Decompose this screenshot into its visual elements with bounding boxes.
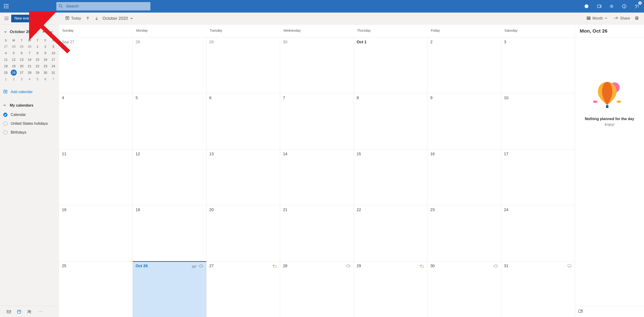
mini-day-cell[interactable]: 31 bbox=[49, 69, 57, 76]
calendar-cell[interactable]: 7 bbox=[280, 93, 354, 149]
calendar-cell[interactable]: 15 bbox=[354, 149, 428, 205]
calendar-cell[interactable]: 16 bbox=[428, 149, 501, 205]
open-in-new-window-icon[interactable] bbox=[578, 310, 582, 314]
calendar-cell[interactable]: 30 bbox=[428, 261, 501, 317]
mini-day-cell[interactable]: 2 bbox=[10, 76, 18, 82]
current-month-dropdown[interactable]: October 2020 bbox=[101, 16, 134, 21]
mini-day-cell[interactable]: 30 bbox=[26, 43, 34, 50]
calendar-list-item[interactable]: Birthdays bbox=[2, 128, 57, 137]
calendar-cell[interactable]: 3 bbox=[501, 37, 575, 93]
mini-day-cell[interactable]: 5 bbox=[10, 50, 18, 56]
calendar-cell[interactable]: 6 bbox=[206, 93, 280, 149]
mini-day-cell[interactable]: 23 bbox=[42, 63, 49, 69]
calendar-cell[interactable]: 30 bbox=[280, 37, 354, 93]
mini-day-cell[interactable]: 30 bbox=[42, 69, 49, 76]
mini-day-cell[interactable]: 21 bbox=[26, 63, 34, 69]
calendar-cell[interactable]: 27 bbox=[206, 261, 280, 317]
calendar-group-header[interactable]: My calendars bbox=[2, 102, 57, 109]
mini-day-cell[interactable]: 6 bbox=[18, 50, 26, 56]
mini-day-cell[interactable]: 9 bbox=[42, 50, 49, 56]
calendar-cell[interactable]: Sep 27 bbox=[59, 37, 133, 93]
calendar-cell[interactable]: 19 bbox=[133, 205, 206, 261]
mini-day-cell[interactable]: 29 bbox=[18, 43, 26, 50]
add-calendar-button[interactable]: Add calendar bbox=[2, 86, 57, 97]
mini-day-cell[interactable]: 20 bbox=[18, 63, 26, 69]
calendar-cell[interactable]: 8 bbox=[354, 93, 428, 149]
calendar-list-item[interactable]: United States holidays bbox=[2, 119, 57, 128]
mini-day-cell[interactable]: 28 bbox=[10, 43, 18, 50]
mini-day-cell[interactable]: 29 bbox=[34, 69, 42, 76]
calendar-cell[interactable]: 10 bbox=[501, 93, 575, 149]
calendar-checkbox[interactable] bbox=[3, 130, 8, 134]
mini-day-cell[interactable]: 11 bbox=[2, 56, 10, 63]
new-event-button[interactable]: New event bbox=[11, 15, 36, 22]
mini-day-cell[interactable]: 4 bbox=[26, 76, 34, 82]
mini-day-cell[interactable]: 4 bbox=[2, 50, 10, 56]
share-button[interactable]: Share bbox=[612, 12, 632, 24]
mini-day-cell[interactable]: 14 bbox=[26, 56, 34, 63]
mini-day-cell[interactable]: 3 bbox=[18, 76, 26, 82]
mini-day-cell[interactable]: 10 bbox=[49, 50, 57, 56]
mini-day-cell[interactable]: 24 bbox=[49, 63, 57, 69]
calendar-cell[interactable]: 14 bbox=[280, 149, 354, 205]
mini-day-cell[interactable]: 12 bbox=[10, 56, 18, 63]
mini-day-cell[interactable]: 8 bbox=[34, 50, 42, 56]
calendar-cell[interactable]: 2 bbox=[428, 37, 501, 93]
mini-day-cell[interactable]: 25 bbox=[2, 69, 10, 76]
calendar-module-icon[interactable] bbox=[14, 306, 24, 317]
collapse-mini-icon[interactable] bbox=[3, 30, 8, 34]
calendar-cell[interactable]: 12 bbox=[133, 149, 206, 205]
mini-day-cell[interactable]: 27 bbox=[18, 69, 26, 76]
mini-day-cell[interactable]: 3 bbox=[49, 43, 57, 50]
app-launcher-icon[interactable] bbox=[0, 0, 12, 12]
calendar-cell[interactable]: 4 bbox=[59, 93, 133, 149]
mini-day-cell[interactable]: 5 bbox=[34, 76, 42, 82]
mini-day-cell[interactable]: 1 bbox=[34, 43, 42, 50]
mini-day-cell[interactable]: 13 bbox=[18, 56, 26, 63]
calendar-cell[interactable]: 18 bbox=[59, 205, 133, 261]
calendar-cell[interactable]: 17 bbox=[501, 149, 575, 205]
calendar-cell[interactable]: Oct 2633° bbox=[133, 261, 206, 317]
view-switcher[interactable]: Month bbox=[584, 12, 612, 24]
mini-day-cell[interactable]: 22 bbox=[34, 63, 42, 69]
prev-period-button[interactable] bbox=[83, 12, 92, 24]
mini-day-cell[interactable]: 16 bbox=[42, 56, 49, 63]
today-button[interactable]: Today bbox=[63, 12, 84, 24]
mail-module-icon[interactable] bbox=[4, 306, 14, 317]
calendar-checkbox[interactable] bbox=[3, 122, 8, 126]
calendar-cell[interactable]: 5 bbox=[133, 93, 206, 149]
calendar-cell[interactable]: 24 bbox=[501, 205, 575, 261]
more-modules-icon[interactable]: ··· bbox=[36, 306, 46, 317]
people-module-icon[interactable] bbox=[24, 306, 34, 317]
calendar-list-item[interactable]: Calendar bbox=[2, 110, 57, 119]
calendar-cell[interactable]: 31 bbox=[501, 261, 575, 317]
calendar-cell[interactable]: 23 bbox=[428, 205, 501, 261]
calendar-cell[interactable]: 22 bbox=[354, 205, 428, 261]
help-icon[interactable] bbox=[618, 0, 630, 12]
mini-day-cell[interactable]: 26 bbox=[10, 69, 18, 76]
calendar-cell[interactable]: 28 bbox=[280, 261, 354, 317]
calendar-checkbox[interactable] bbox=[3, 113, 8, 117]
calendar-cell[interactable]: 13 bbox=[206, 149, 280, 205]
mini-day-cell[interactable]: 2 bbox=[42, 43, 49, 50]
mini-next-icon[interactable] bbox=[49, 30, 54, 34]
settings-icon[interactable] bbox=[605, 0, 618, 12]
hamburger-icon[interactable] bbox=[2, 12, 11, 24]
mini-day-cell[interactable]: 18 bbox=[2, 63, 10, 69]
mini-prev-icon[interactable] bbox=[42, 30, 46, 34]
mini-day-cell[interactable]: 28 bbox=[26, 69, 34, 76]
print-button[interactable] bbox=[632, 12, 642, 24]
search-input[interactable] bbox=[66, 4, 148, 8]
calendar-cell[interactable]: 25 bbox=[59, 261, 133, 317]
calendar-cell[interactable]: 28 bbox=[133, 37, 206, 93]
mini-day-cell[interactable]: 27 bbox=[2, 43, 10, 50]
skype-icon[interactable]: S bbox=[580, 0, 593, 12]
calendar-cell[interactable]: 11 bbox=[59, 149, 133, 205]
mini-day-cell[interactable]: 7 bbox=[49, 76, 57, 82]
calendar-cell[interactable]: 21 bbox=[280, 205, 354, 261]
calendar-cell[interactable]: 29 bbox=[206, 37, 280, 93]
mini-day-cell[interactable]: 17 bbox=[49, 56, 57, 63]
calendar-cell[interactable]: Oct 1 bbox=[354, 37, 428, 93]
mini-day-cell[interactable]: 7 bbox=[26, 50, 34, 56]
search-box[interactable] bbox=[56, 2, 150, 10]
